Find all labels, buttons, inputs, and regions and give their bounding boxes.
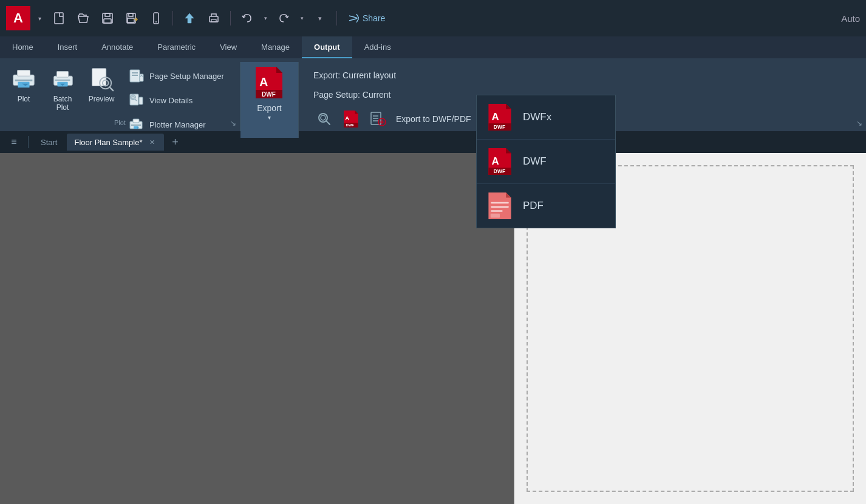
- app-menu-button[interactable]: A: [6, 6, 30, 30]
- pdf-label: PDF: [523, 200, 544, 212]
- svg-line-22: [109, 87, 113, 90]
- tab-view[interactable]: View: [208, 36, 249, 58]
- batch-plot-button[interactable]: BatchPlot: [44, 62, 81, 115]
- svg-text:A: A: [259, 75, 268, 89]
- auto-label: Auto: [841, 13, 860, 24]
- app-menu-dropdown[interactable]: ▾: [34, 9, 45, 27]
- export-dwf-icon: A DWF: [253, 66, 285, 100]
- svg-marker-57: [506, 104, 511, 109]
- plot-button[interactable]: Plot: [6, 62, 41, 106]
- svg-line-43: [326, 121, 330, 124]
- svg-rect-0: [55, 13, 63, 24]
- svg-rect-5: [129, 13, 133, 16]
- svg-text:DWF: DWF: [262, 91, 276, 98]
- mobile-icon[interactable]: [146, 8, 166, 29]
- export-config-small-icon[interactable]: [367, 108, 389, 130]
- view-details-button[interactable]: View Details: [121, 89, 230, 112]
- svg-rect-14: [15, 80, 33, 81]
- svg-rect-71: [491, 214, 500, 218]
- publish-icon[interactable]: [179, 8, 200, 29]
- tab-addins[interactable]: Add-ins: [352, 36, 403, 58]
- toolbar-sep-2: [230, 11, 231, 26]
- batch-plot-label: BatchPlot: [53, 95, 72, 112]
- export-current-layout-label: Export: Current layout: [313, 70, 396, 80]
- svg-text:A: A: [491, 155, 499, 167]
- dropdown-item-dwfx[interactable]: A DWF DWFx: [477, 95, 615, 140]
- page-setup-manager-icon: [128, 67, 145, 84]
- new-icon[interactable]: [49, 8, 69, 29]
- plot-section: Plot BatchPlot: [0, 62, 240, 131]
- batch-plot-icon: [49, 66, 76, 92]
- tab-annotate[interactable]: Annotate: [89, 36, 145, 58]
- svg-rect-18: [55, 80, 70, 81]
- saveas-icon[interactable]: [121, 8, 142, 29]
- export-to-dwfpdf-label: Export to DWF/PDF: [394, 114, 471, 124]
- undo-icon[interactable]: [237, 8, 257, 29]
- svg-rect-24: [132, 72, 138, 73]
- pdf-icon: [486, 191, 513, 220]
- view-details-label: View Details: [149, 96, 193, 105]
- svg-text:DWF: DWF: [494, 168, 505, 174]
- svg-point-8: [155, 21, 157, 22]
- plot-icon: [10, 66, 37, 92]
- dwf-label: DWF: [523, 155, 547, 168]
- ribbon-content: Plot BatchPlot: [0, 58, 866, 131]
- preview-button[interactable]: Preview: [84, 62, 119, 106]
- export-section-collapse[interactable]: ↘: [856, 119, 862, 128]
- share-button[interactable]: Share: [343, 10, 390, 26]
- preview-icon: [88, 66, 115, 92]
- plot-buttons-row: Plot BatchPlot: [6, 62, 230, 151]
- tab-insert[interactable]: Insert: [46, 36, 90, 58]
- title-bar: A ▾ ▾ ▾ ▾ Share Auto: [0, 0, 866, 36]
- svg-rect-10: [211, 19, 216, 22]
- svg-rect-2: [105, 13, 110, 16]
- redo-dropdown-icon[interactable]: ▾: [298, 8, 306, 29]
- dwfx-icon: A DWF: [486, 103, 513, 132]
- svg-text:A: A: [345, 115, 349, 121]
- svg-rect-25: [132, 75, 138, 76]
- svg-marker-62: [506, 148, 511, 153]
- export-dwf-small-icon[interactable]: A DWF: [340, 108, 362, 130]
- dropdown-item-dwf[interactable]: A DWF DWF: [477, 140, 615, 184]
- more-dropdown-icon[interactable]: ▾: [310, 8, 330, 29]
- ribbon-tabs: Home Insert Annotate Parametric View Man…: [0, 36, 866, 58]
- page-setup-manager-button[interactable]: Page Setup Manager: [121, 64, 230, 87]
- svg-marker-45: [355, 111, 358, 114]
- svg-rect-3: [104, 19, 111, 23]
- print-icon[interactable]: [203, 8, 224, 29]
- svg-rect-6: [128, 18, 134, 22]
- plot-section-label: Plot: [0, 119, 240, 126]
- share-label: Share: [363, 13, 385, 23]
- save-icon[interactable]: [97, 8, 118, 29]
- export-preview-small-icon[interactable]: [313, 108, 335, 130]
- export-main-button[interactable]: A DWF Export ▾: [240, 62, 299, 138]
- svg-point-42: [321, 115, 326, 120]
- page-setup-manager-label: Page Setup Manager: [149, 72, 224, 81]
- view-details-icon: [128, 92, 145, 109]
- toolbar-sep-1: [172, 11, 173, 26]
- svg-rect-31: [139, 97, 143, 104]
- toolbar-sep-3: [336, 11, 337, 26]
- svg-rect-16: [56, 72, 68, 78]
- svg-text:A: A: [491, 111, 499, 123]
- tab-parametric[interactable]: Parametric: [145, 36, 208, 58]
- svg-rect-12: [17, 70, 30, 77]
- dropdown-item-pdf[interactable]: PDF: [477, 184, 615, 228]
- export-current-layout-button[interactable]: Export: Current layout: [309, 67, 856, 84]
- export-label: Export: [257, 103, 281, 113]
- tab-manage[interactable]: Manage: [249, 36, 302, 58]
- redo-icon[interactable]: [273, 8, 294, 29]
- svg-text:DWF: DWF: [494, 124, 505, 130]
- export-dropdown: A DWF DWFx A DWF DWF PDF: [476, 95, 616, 228]
- dwfx-label: DWFx: [523, 111, 551, 123]
- undo-dropdown-icon[interactable]: ▾: [261, 8, 270, 29]
- page-setup-current-label: Page Setup: Current: [313, 90, 391, 100]
- plot-label: Plot: [18, 95, 30, 103]
- open-icon[interactable]: [73, 8, 94, 29]
- tab-output[interactable]: Output: [302, 36, 352, 58]
- plot-section-collapse[interactable]: ↘: [230, 119, 236, 128]
- tab-home[interactable]: Home: [0, 36, 46, 58]
- svg-text:DWF: DWF: [346, 123, 354, 127]
- dwf-icon: A DWF: [486, 147, 513, 176]
- preview-label: Preview: [89, 95, 115, 103]
